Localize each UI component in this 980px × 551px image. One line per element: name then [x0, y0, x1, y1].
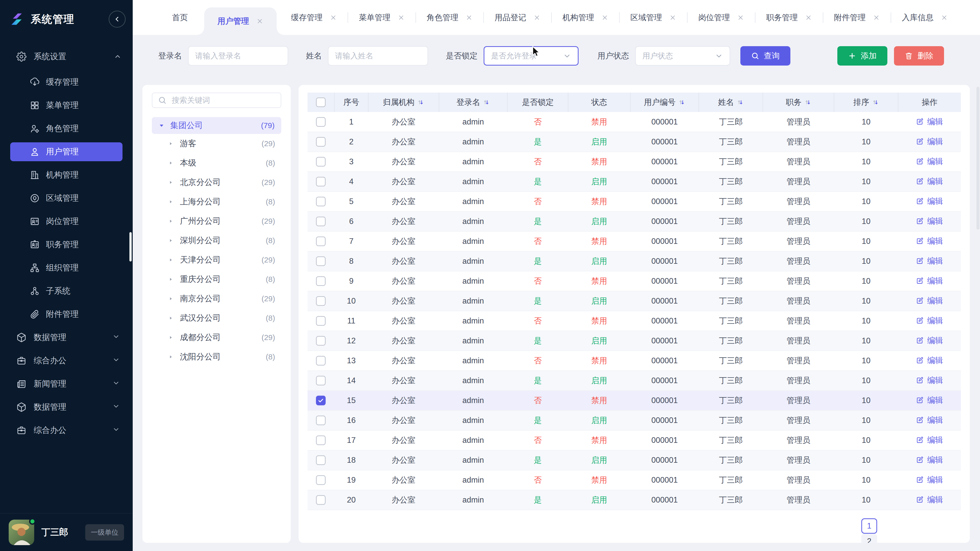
edit-button[interactable]: 编辑 — [916, 494, 943, 505]
sort-icon[interactable] — [483, 99, 490, 106]
tab-岗位管理[interactable]: 岗位管理 — [687, 0, 755, 35]
row-checkbox[interactable] — [316, 237, 326, 246]
sidebar-item-菜单管理[interactable]: 菜单管理 — [10, 96, 123, 115]
tab-附件管理[interactable]: 附件管理 — [823, 0, 891, 35]
tab-用品登记[interactable]: 用品登记 — [484, 0, 551, 35]
row-checkbox[interactable] — [316, 475, 326, 485]
close-icon[interactable] — [398, 14, 405, 21]
row-checkbox[interactable] — [316, 316, 326, 326]
sidebar-scrollbar-thumb[interactable] — [129, 232, 132, 262]
row-checkbox[interactable] — [316, 296, 326, 306]
tab-入库信息[interactable]: 入库信息 — [891, 0, 959, 35]
row-checkbox[interactable] — [316, 455, 326, 465]
delete-button[interactable]: 删除 — [894, 46, 944, 65]
edit-button[interactable]: 编辑 — [916, 136, 943, 147]
login-input[interactable] — [188, 46, 288, 65]
caret-right-icon[interactable] — [168, 277, 173, 282]
row-checkbox[interactable] — [316, 276, 326, 286]
unit-badge[interactable]: 一级单位 — [85, 524, 124, 540]
sidebar-item-用户管理[interactable]: 用户管理 — [10, 142, 123, 161]
edit-button[interactable]: 编辑 — [916, 435, 943, 445]
row-checkbox[interactable] — [316, 256, 326, 266]
sidebar-group-综合办公-1[interactable]: 综合办公 — [10, 351, 123, 370]
caret-right-icon[interactable] — [168, 257, 173, 262]
tree-node-北京分公司[interactable]: 北京分公司(29) — [152, 173, 281, 192]
row-checkbox[interactable] — [316, 117, 326, 127]
edit-button[interactable]: 编辑 — [916, 335, 943, 346]
row-checkbox[interactable] — [316, 495, 326, 505]
caret-right-icon[interactable] — [168, 199, 173, 204]
edit-button[interactable]: 编辑 — [916, 196, 943, 206]
select-all-checkbox[interactable] — [316, 97, 326, 107]
close-icon[interactable] — [941, 14, 948, 21]
close-icon[interactable] — [466, 14, 473, 21]
sort-icon[interactable] — [417, 99, 424, 106]
row-checkbox[interactable] — [316, 157, 326, 167]
edit-button[interactable]: 编辑 — [916, 176, 943, 187]
caret-right-icon[interactable] — [168, 316, 173, 321]
sidebar-group-数据管理-3[interactable]: 数据管理 — [10, 398, 123, 416]
edit-button[interactable]: 编辑 — [916, 375, 943, 386]
row-checkbox[interactable] — [316, 376, 326, 386]
row-checkbox[interactable] — [316, 416, 326, 425]
sidebar-group-数据管理-0[interactable]: 数据管理 — [10, 328, 123, 347]
edit-button[interactable]: 编辑 — [916, 415, 943, 426]
sort-icon[interactable] — [872, 99, 879, 106]
sort-icon[interactable] — [678, 99, 685, 106]
sidebar-item-职务管理[interactable]: 职务管理 — [10, 235, 123, 254]
edit-button[interactable]: 编辑 — [916, 275, 943, 286]
sidebar-item-子系统[interactable]: 子系统 — [10, 282, 123, 300]
close-icon[interactable] — [669, 14, 676, 21]
tree-node-南京分公司[interactable]: 南京分公司(29) — [152, 289, 281, 308]
sidebar-collapse-button[interactable] — [109, 11, 126, 27]
tree-node-深圳分公司[interactable]: 深圳分公司(8) — [152, 231, 281, 250]
lock-select[interactable]: 是否允许登录 — [484, 46, 579, 65]
sort-icon[interactable] — [804, 99, 811, 106]
close-icon[interactable] — [256, 17, 263, 25]
tree-node-游客[interactable]: 游客(29) — [152, 134, 281, 153]
sidebar-item-缓存管理[interactable]: 缓存管理 — [10, 73, 123, 92]
caret-right-icon[interactable] — [168, 141, 173, 146]
tab-菜单管理[interactable]: 菜单管理 — [348, 0, 415, 35]
page-button-1[interactable]: 1 — [861, 518, 877, 534]
row-checkbox[interactable] — [316, 336, 326, 346]
page-button-2[interactable]: 2 — [861, 534, 877, 543]
tree-search-input[interactable]: 搜索关键词 — [152, 93, 281, 108]
close-icon[interactable] — [533, 14, 541, 21]
tab-缓存管理[interactable]: 缓存管理 — [280, 0, 348, 35]
row-checkbox[interactable] — [316, 395, 326, 405]
edit-button[interactable]: 编辑 — [916, 236, 943, 246]
tree-node-武汉分公司[interactable]: 武汉分公司(8) — [152, 308, 281, 328]
edit-button[interactable]: 编辑 — [916, 216, 943, 227]
search-button[interactable]: 查询 — [740, 46, 791, 65]
tree-node-天津分公司[interactable]: 天津分公司(29) — [152, 250, 281, 270]
caret-right-icon[interactable] — [168, 296, 173, 301]
sidebar-item-附件管理[interactable]: 附件管理 — [10, 305, 123, 324]
tree-node-root[interactable]: 集团公司 (79) — [152, 117, 281, 134]
page-scrollbar[interactable] — [977, 87, 980, 230]
tree-node-上海分公司[interactable]: 上海分公司(8) — [152, 192, 281, 211]
close-icon[interactable] — [737, 14, 744, 21]
caret-right-icon[interactable] — [168, 180, 173, 185]
tree-node-本级[interactable]: 本级(8) — [152, 153, 281, 173]
edit-button[interactable]: 编辑 — [916, 475, 943, 485]
sidebar-item-区域管理[interactable]: 区域管理 — [10, 189, 123, 208]
row-checkbox[interactable] — [316, 197, 326, 206]
sidebar-item-岗位管理[interactable]: 岗位管理 — [10, 212, 123, 231]
edit-button[interactable]: 编辑 — [916, 256, 943, 266]
close-icon[interactable] — [805, 14, 812, 21]
tab-职务管理[interactable]: 职务管理 — [756, 0, 823, 35]
edit-button[interactable]: 编辑 — [916, 454, 943, 465]
caret-right-icon[interactable] — [168, 219, 173, 224]
sidebar-item-机构管理[interactable]: 机构管理 — [10, 165, 123, 184]
tab-用户管理[interactable]: 用户管理 — [204, 7, 277, 35]
edit-button[interactable]: 编辑 — [916, 156, 943, 167]
edit-button[interactable]: 编辑 — [916, 315, 943, 326]
name-input[interactable] — [328, 46, 428, 65]
close-icon[interactable] — [601, 14, 608, 21]
caret-right-icon[interactable] — [168, 354, 173, 359]
sidebar-item-角色管理[interactable]: 角色管理 — [10, 119, 123, 138]
sidebar-group-system-settings[interactable]: 系统设置 — [0, 45, 133, 68]
edit-button[interactable]: 编辑 — [916, 395, 943, 406]
tree-node-重庆分公司[interactable]: 重庆分公司(8) — [152, 270, 281, 289]
